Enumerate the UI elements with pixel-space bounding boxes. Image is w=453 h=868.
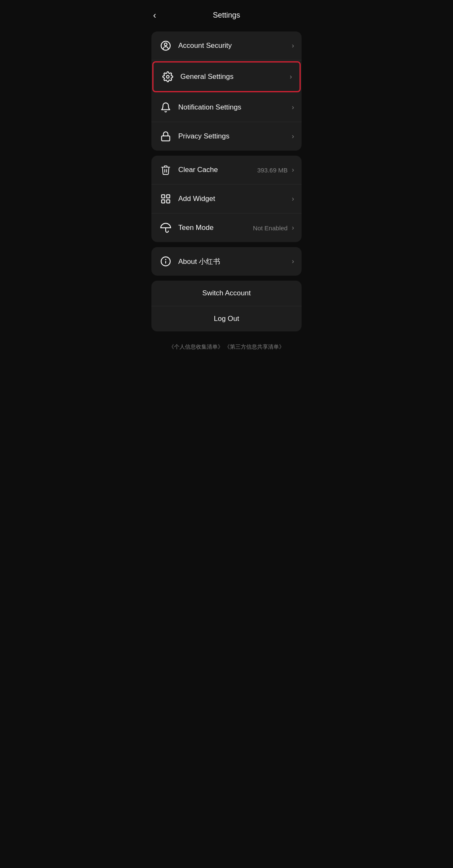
chevron-right-icon: › (292, 258, 294, 265)
svg-point-1 (164, 43, 167, 46)
chevron-right-icon: › (290, 73, 292, 81)
widget-icon (159, 192, 172, 206)
add-widget-item[interactable]: Add Widget › (151, 185, 302, 214)
chevron-right-icon: › (292, 133, 294, 140)
svg-rect-3 (161, 136, 170, 141)
chevron-right-icon: › (292, 42, 294, 50)
account-security-label: Account Security (178, 42, 290, 50)
tools-group: Clear Cache 393.69 MB › Add Widget › Tee… (151, 156, 302, 242)
trash-icon (159, 163, 172, 177)
clear-cache-item[interactable]: Clear Cache 393.69 MB › (151, 156, 302, 185)
page-title: Settings (213, 11, 240, 20)
switch-account-button[interactable]: Switch Account (151, 281, 302, 306)
person-circle-icon (159, 39, 172, 52)
bell-icon (159, 101, 172, 114)
switch-account-label: Switch Account (202, 289, 250, 297)
notification-settings-item[interactable]: Notification Settings › (151, 93, 302, 122)
privacy-settings-label: Privacy Settings (178, 132, 290, 141)
general-settings-item[interactable]: General Settings › (152, 61, 301, 92)
svg-rect-5 (167, 195, 170, 198)
svg-rect-7 (167, 200, 170, 203)
action-group: Switch Account Log Out (151, 281, 302, 331)
log-out-label: Log Out (214, 315, 240, 323)
chevron-right-icon: › (292, 224, 294, 232)
header: ‹ Settings (145, 4, 308, 26)
gear-icon (161, 70, 174, 83)
back-button[interactable]: ‹ (153, 11, 156, 20)
add-widget-label: Add Widget (178, 195, 290, 203)
account-settings-group: Account Security › General Settings › No… (151, 31, 302, 151)
about-item[interactable]: About 小红书 › (151, 247, 302, 276)
umbrella-icon (159, 221, 172, 235)
about-group: About 小红书 › (151, 247, 302, 276)
log-out-button[interactable]: Log Out (151, 306, 302, 331)
footer-text: 《个人信息收集清单》 《第三方信息共享清单》 (169, 344, 285, 350)
lock-icon (159, 130, 172, 143)
teen-mode-label: Teen Mode (178, 224, 253, 232)
info-circle-icon (159, 255, 172, 268)
footer: 《个人信息收集清单》 《第三方信息共享清单》 (145, 336, 308, 357)
notification-settings-label: Notification Settings (178, 103, 290, 112)
about-label: About 小红书 (178, 257, 290, 266)
chevron-right-icon: › (292, 166, 294, 174)
chevron-right-icon: › (292, 104, 294, 111)
svg-point-2 (167, 76, 169, 78)
privacy-settings-item[interactable]: Privacy Settings › (151, 122, 302, 151)
clear-cache-label: Clear Cache (178, 166, 257, 174)
clear-cache-value: 393.69 MB (257, 167, 288, 174)
svg-rect-4 (161, 195, 165, 198)
teen-mode-value: Not Enabled (253, 224, 288, 232)
teen-mode-item[interactable]: Teen Mode Not Enabled › (151, 214, 302, 242)
chevron-right-icon: › (292, 195, 294, 203)
svg-rect-6 (161, 200, 165, 203)
account-security-item[interactable]: Account Security › (151, 31, 302, 60)
general-settings-label: General Settings (180, 73, 288, 81)
